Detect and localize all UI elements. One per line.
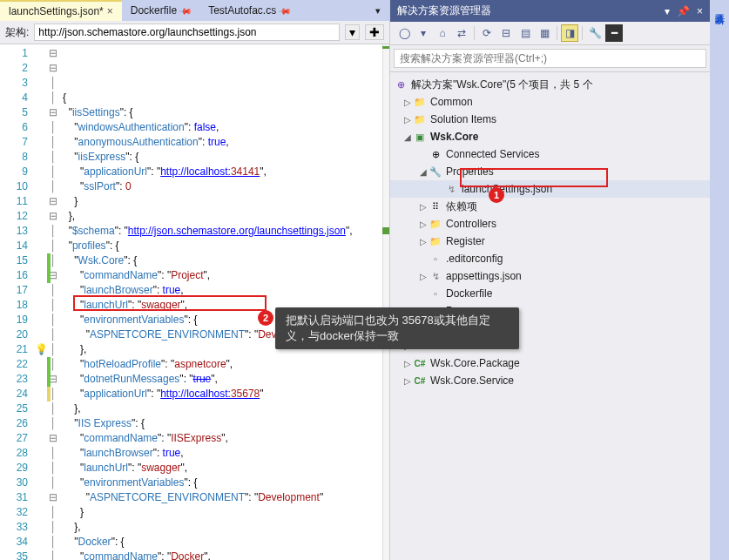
- csproj-icon: C#: [413, 374, 427, 388]
- chevron-right-icon[interactable]: ▷: [402, 115, 413, 125]
- line-numbers: 1234567891011121314151617181920212223242…: [0, 44, 35, 560]
- annotation-box-2: [73, 295, 267, 311]
- refresh-button[interactable]: ⟳: [478, 24, 496, 42]
- tab-dockerfile[interactable]: Dockerfile📌: [122, 0, 199, 21]
- tree-folder-controllers[interactable]: ▷📁Controllers: [390, 215, 710, 233]
- tab-bar: launchSettings.json*× Dockerfile📌 TestAu…: [0, 0, 389, 21]
- chevron-right-icon[interactable]: ▷: [402, 98, 413, 107]
- chevron-right-icon[interactable]: ▷: [418, 237, 429, 246]
- tab-launchsettings[interactable]: launchSettings.json*×: [0, 0, 122, 21]
- deps-icon: ⠿: [429, 199, 442, 213]
- chevron-right-icon[interactable]: ▷: [418, 202, 429, 212]
- json-icon: ↯: [444, 182, 458, 196]
- search-input[interactable]: [394, 49, 706, 68]
- back-button[interactable]: ◯: [395, 24, 413, 42]
- wrench-button[interactable]: 🔧: [586, 24, 604, 42]
- chevron-down-icon[interactable]: ◢: [402, 132, 413, 142]
- right-sidebar[interactable]: 诊断工具: [710, 0, 729, 560]
- chevron-right-icon[interactable]: ▷: [402, 359, 413, 368]
- file-icon: ▫: [429, 252, 442, 266]
- panel-title: 解决方案资源管理器: [397, 3, 491, 18]
- folder-icon: 📁: [413, 95, 427, 109]
- annotation-box-1: [460, 168, 608, 187]
- pin-icon[interactable]: 📌: [179, 3, 192, 17]
- folder-icon: 📁: [413, 112, 427, 126]
- tree-folder-common[interactable]: ▷📁Common: [390, 93, 710, 111]
- marker-column: 💡: [35, 44, 47, 560]
- file-icon: ▫: [429, 287, 442, 300]
- solution-node[interactable]: ⊕解决方案"Wsk.Core"(5 个项目，共 5 个: [390, 76, 710, 93]
- tab-overflow[interactable]: ▾: [367, 0, 389, 21]
- schema-dropdown[interactable]: ▾: [345, 24, 360, 40]
- csproj-icon: C#: [413, 356, 427, 370]
- tree-project-service[interactable]: ▷C#Wsk.Core.Service: [390, 372, 710, 389]
- settings-button[interactable]: ━: [605, 24, 623, 42]
- dropdown-icon[interactable]: ▾: [665, 5, 670, 17]
- home-button[interactable]: ⌂: [434, 24, 451, 42]
- chevron-down-icon[interactable]: ◢: [418, 167, 429, 177]
- annotation-tooltip: 把默认启动端口也改为 35678或其他自定义，与docker保持一致: [275, 307, 519, 349]
- show-all-button[interactable]: ▤: [516, 24, 534, 42]
- schema-plus[interactable]: ✚: [365, 24, 384, 40]
- sync-button[interactable]: ⇄: [453, 24, 470, 42]
- close-icon[interactable]: ×: [107, 5, 113, 17]
- collapse-button[interactable]: ⊟: [497, 24, 515, 42]
- pin-icon[interactable]: 📌: [677, 5, 690, 17]
- folder-icon: 📁: [429, 217, 442, 231]
- tree-file-dockerfile[interactable]: ▫Dockerfile: [390, 285, 710, 302]
- tree-file-appsettings[interactable]: ▷↯appsettings.json: [390, 267, 710, 285]
- chevron-right-icon[interactable]: ▷: [418, 272, 429, 281]
- tree-project-wskcore[interactable]: ◢▣Wsk.Core: [390, 128, 710, 145]
- annotation-badge-1: 1: [489, 187, 504, 203]
- json-icon: ↯: [429, 269, 442, 283]
- solution-icon: ⊕: [394, 78, 408, 91]
- wrench-icon: 🔧: [429, 165, 442, 179]
- tree-folder-solitems[interactable]: ▷📁Solution Items: [390, 111, 710, 128]
- tree-file-editorconfig[interactable]: ▫.editorconfig: [390, 250, 710, 267]
- pin-icon[interactable]: 📌: [278, 3, 292, 17]
- schema-input[interactable]: [34, 24, 340, 41]
- csproj-icon: ▣: [413, 130, 427, 144]
- chevron-right-icon[interactable]: ▷: [418, 219, 429, 229]
- tree-connected-services[interactable]: ⊕Connected Services: [390, 145, 710, 163]
- props-button[interactable]: ▦: [536, 24, 553, 42]
- annotation-badge-2: 2: [258, 310, 273, 326]
- tree-project-package[interactable]: ▷C#Wsk.Core.Package: [390, 354, 710, 372]
- service-icon: ⊕: [429, 147, 442, 161]
- tree-dependencies[interactable]: ▷⠿依赖项: [390, 198, 710, 215]
- panel-header: 解决方案资源管理器 ▾📌×: [390, 0, 710, 22]
- fold-column: ⊟⊟││⊟│││││⊟⊟│││⊟││││││⊟│││⊟│││⊟│││││││: [47, 44, 59, 560]
- chevron-right-icon[interactable]: ▷: [402, 376, 413, 386]
- view-button[interactable]: ◨: [561, 24, 578, 42]
- tab-testautofac[interactable]: TestAutofac.cs📌: [199, 0, 299, 21]
- close-icon[interactable]: ×: [697, 5, 703, 17]
- forward-button[interactable]: ▾: [415, 24, 432, 42]
- schema-label: 架构:: [5, 25, 29, 40]
- folder-icon: 📁: [429, 234, 442, 248]
- tree-folder-register[interactable]: ▷📁Register: [390, 233, 710, 250]
- toolbar: ◯ ▾ ⌂ ⇄ ⟳ ⊟ ▤ ▦ ◨ 🔧 ━: [390, 22, 710, 45]
